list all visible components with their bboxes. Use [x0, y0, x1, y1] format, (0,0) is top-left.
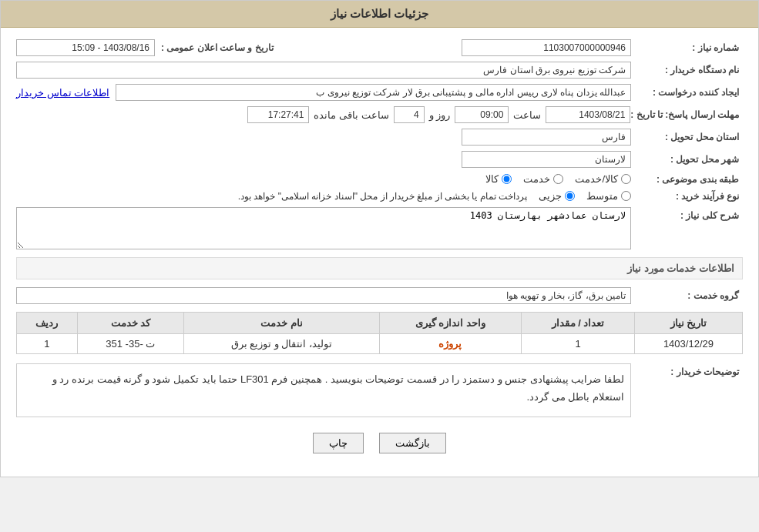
col-vahed: واحد اندازه گیری [379, 313, 522, 334]
radio-motavaset[interactable] [621, 191, 631, 201]
tawzihat-row: توضیحات خریدار : لطفا ضرایب پیشنهادی جنس… [16, 363, 743, 417]
ejad-value: عبدالله یزدان پناه لاری رییس اداره مالی … [116, 84, 631, 101]
nav-desc: پرداخت تمام یا بخشی از مبلغ خریدار از مح… [238, 191, 527, 202]
shahr-label: شهر محل تحویل : [631, 154, 743, 165]
radio-khedmat-item: خدمت [523, 173, 563, 185]
bazgasht-button[interactable]: بازگشت [379, 433, 446, 453]
sharh-row: شرح کلی نیاز : لارستان عمادشهر بهارستان … [16, 207, 743, 249]
saat-label: ساعت [509, 109, 546, 121]
nav-row: نوع فرآیند خرید : متوسط جزیی پرداخت تمام… [16, 190, 743, 202]
table-row: 1403/12/29 1 پروژه تولید، انتقال و توزیع… [17, 334, 743, 354]
mohlat-label: مهلت ارسال پاسخ: تا تاریخ : [630, 109, 743, 120]
radio-kala-khedmat[interactable] [621, 174, 631, 184]
cell-tedad: 1 [522, 334, 635, 354]
page-header: جزئیات اطلاعات نیاز [1, 1, 758, 28]
mohlat-date: 1403/08/21 [546, 106, 630, 123]
shahr-value: لارستان [462, 151, 631, 168]
dastgah-label: نام دستگاه خریدار : [631, 65, 743, 75]
col-kod: کد خدمت [77, 313, 183, 334]
ostan-value: فارس [462, 129, 631, 146]
services-table-section: تاریخ نیاز تعداد / مقدار واحد اندازه گیر… [16, 312, 743, 354]
mohlat-remaining: 17:27:41 [247, 106, 309, 123]
ejad-row: ایجاد کننده درخواست : عبدالله یزدان پناه… [16, 84, 743, 101]
shomare-row: شماره نیاز : 1103007000000946 تاریخ و سا… [16, 39, 743, 56]
date-range-label: تاریخ و ساعت اعلان عمومی : [155, 42, 277, 53]
khedamat-section-title: اطلاعات خدمات مورد نیاز [16, 257, 743, 279]
ostan-row: استان محل تحویل : فارس [16, 129, 743, 146]
content-area: شماره نیاز : 1103007000000946 تاریخ و سا… [1, 28, 758, 477]
radio-motavaset-label: متوسط [586, 190, 618, 202]
dastgah-row: نام دستگاه خریدار : شرکت توزیع نیروی برق… [16, 62, 743, 79]
radio-kala-label: کالا [485, 173, 499, 185]
sharh-label: شرح کلی نیاز : [631, 207, 743, 221]
radio-khedmat[interactable] [553, 174, 563, 184]
dastgah-value: شرکت توزیع نیروی برق استان فارس [16, 62, 631, 79]
buttons-row: بازگشت چاپ [16, 433, 743, 453]
grooh-row: گروه خدمت : تامین برق، گاز، بخار و تهویه… [16, 287, 743, 304]
ejad-label: ایجاد کننده درخواست : [631, 87, 743, 98]
services-table: تاریخ نیاز تعداد / مقدار واحد اندازه گیر… [16, 312, 743, 354]
cell-radif: 1 [17, 334, 78, 354]
radio-jozi[interactable] [565, 191, 575, 201]
shahr-row: شهر محل تحویل : لارستان [16, 151, 743, 168]
table-header-row: تاریخ نیاز تعداد / مقدار واحد اندازه گیر… [17, 313, 743, 334]
grooh-label: گروه خدمت : [631, 290, 743, 301]
col-tarikh: تاریخ نیاز [634, 313, 742, 334]
ostan-label: استان محل تحویل : [631, 132, 743, 142]
mohlat-roz: 4 [394, 106, 425, 123]
radio-khedmat-label: خدمت [523, 173, 550, 185]
shomare-niaz-label: شماره نیاز : [631, 42, 743, 53]
radio-kala-khedmat-item: کالا/خدمت [575, 173, 631, 185]
table-body: 1403/12/29 1 پروژه تولید، انتقال و توزیع… [17, 334, 743, 354]
radio-kala[interactable] [502, 174, 512, 184]
tawzihat-label: توضیحات خریدار : [631, 363, 743, 377]
cell-kod: ت -35- 351 [77, 334, 183, 354]
cell-name: تولید، انتقال و توزیع برق [184, 334, 379, 354]
radio-jozi-item: جزیی [539, 190, 575, 202]
mohlat-saat: 09:00 [455, 106, 509, 123]
col-tedad: تعداد / مقدار [522, 313, 635, 334]
grooh-value: تامین برق، گاز، بخار و تهویه هوا [16, 287, 631, 304]
date-range-value: 1403/08/16 - 15:09 [16, 39, 155, 56]
col-radif: ردیف [17, 313, 78, 334]
tabaqebandi-row: طبقه بندی موضوعی : کالا/خدمت خدمت کالا [16, 173, 743, 185]
main-container: جزئیات اطلاعات نیاز شماره نیاز : 1103007… [0, 0, 759, 477]
mohlat-row: مهلت ارسال پاسخ: تا تاریخ : 1403/08/21 س… [16, 106, 743, 123]
shomare-niaz-value: 1103007000000946 [462, 39, 631, 56]
roz-label: روز و [425, 109, 455, 121]
remaining-label: ساعت باقی مانده [309, 109, 393, 121]
col-name: نام خدمت [184, 313, 379, 334]
radio-jozi-label: جزیی [539, 190, 562, 202]
radio-kala-khedmat-label: کالا/خدمت [575, 173, 618, 185]
radio-kala-item: کالا [485, 173, 512, 185]
tawzihat-value: لطفا ضرایب پیشنهادی جنس و دستمزد را در ق… [16, 363, 631, 417]
ejad-link[interactable]: اطلاعات تماس خریدار [16, 87, 109, 99]
tabaqebandi-radios: کالا/خدمت خدمت کالا [485, 173, 631, 185]
tabaqebandi-label: طبقه بندی موضوعی : [631, 174, 743, 185]
chap-button[interactable]: چاپ [313, 433, 364, 453]
page-title: جزئیات اطلاعات نیاز [331, 7, 428, 20]
nav-label: نوع فرآیند خرید : [631, 191, 743, 202]
cell-vahed: پروژه [379, 334, 522, 354]
cell-tarikh: 1403/12/29 [634, 334, 742, 354]
radio-motavaset-item: متوسط [586, 190, 631, 202]
sharh-textarea[interactable]: لارستان عمادشهر بهارستان 1403 [16, 207, 631, 249]
nav-radios: متوسط جزیی [539, 190, 631, 202]
